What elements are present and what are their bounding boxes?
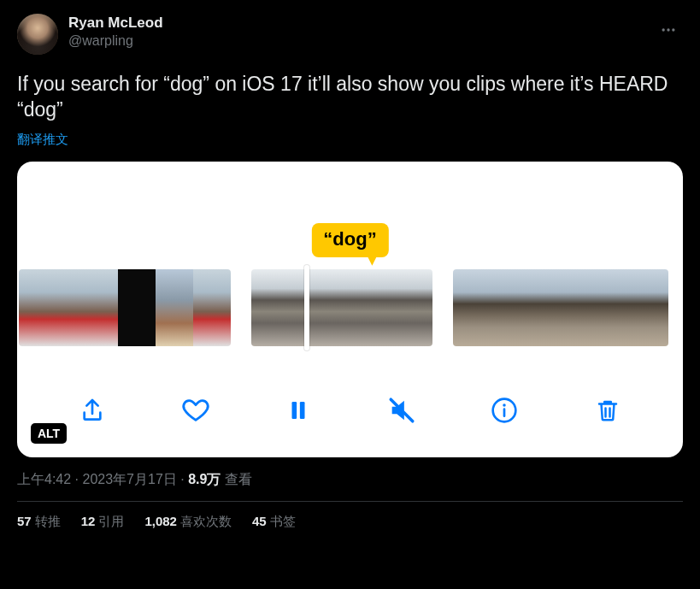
like-button[interactable] (179, 393, 213, 427)
video-thumbnail (453, 269, 484, 346)
info-button[interactable] (487, 393, 521, 427)
divider (17, 501, 683, 502)
media-card[interactable]: “dog” (17, 162, 683, 457)
info-icon (491, 397, 518, 424)
date[interactable]: 2023年7月17日 (82, 472, 176, 486)
media-controls (17, 389, 683, 432)
author-names[interactable]: Ryan McLeod @warpling (68, 14, 163, 50)
clip-group[interactable] (19, 269, 231, 346)
clip-group[interactable] (453, 269, 668, 346)
video-thumbnail (326, 269, 364, 346)
avatar[interactable] (17, 14, 58, 55)
retweets-stat[interactable]: 57转推 (17, 514, 61, 530)
search-term-tooltip: “dog” (311, 223, 388, 257)
video-thumbnail (607, 269, 638, 346)
video-timeline[interactable] (17, 269, 683, 346)
video-thumbnail (251, 269, 289, 346)
views-label: 查看 (221, 472, 251, 486)
svg-point-1 (667, 28, 669, 31)
more-button[interactable] (654, 15, 683, 44)
trash-icon (595, 398, 621, 423)
svg-point-2 (672, 28, 674, 31)
svg-rect-4 (300, 402, 305, 419)
video-thumbnail (156, 269, 193, 346)
engagement-stats: 57转推 12引用 1,082喜欢次数 45书签 (17, 514, 683, 530)
svg-point-6 (503, 403, 506, 406)
pause-icon (285, 398, 311, 423)
tweet-text: If you search for “dog” on iOS 17 it’ll … (17, 72, 683, 123)
video-thumbnail (484, 269, 515, 346)
alt-badge[interactable]: ALT (31, 423, 67, 444)
playhead[interactable] (304, 265, 309, 350)
video-thumbnail (19, 269, 50, 346)
likes-stat[interactable]: 1,082喜欢次数 (144, 514, 232, 530)
share-button[interactable] (75, 393, 109, 427)
svg-point-0 (662, 28, 665, 31)
video-thumbnail (545, 269, 576, 346)
clip-group[interactable] (251, 269, 432, 346)
svg-rect-3 (292, 402, 297, 419)
video-thumbnail (402, 269, 432, 346)
time[interactable]: 上午4:42 (17, 472, 71, 486)
bookmarks-stat[interactable]: 45书签 (252, 514, 296, 530)
quotes-stat[interactable]: 12引用 (81, 514, 125, 530)
translate-link[interactable]: 翻译推文 (17, 132, 683, 148)
tweet-header: Ryan McLeod @warpling (17, 14, 683, 55)
video-thumbnail (80, 269, 118, 346)
tweet-container: Ryan McLeod @warpling If you search for … (0, 0, 700, 544)
video-thumbnail (364, 269, 402, 346)
video-thumbnail (118, 269, 156, 346)
heart-icon (181, 396, 210, 425)
views-count: 8.9万 (188, 472, 221, 486)
display-name: Ryan McLeod (68, 14, 163, 32)
handle: @warpling (68, 32, 163, 50)
video-thumbnail (193, 269, 231, 346)
tweet-meta: 上午4:42 · 2023年7月17日 · 8.9万 查看 (17, 471, 683, 489)
muted-icon (387, 396, 416, 425)
video-thumbnail (576, 269, 607, 346)
pause-button[interactable] (281, 393, 315, 427)
mute-button[interactable] (385, 393, 419, 427)
video-thumbnail (50, 269, 80, 346)
video-thumbnail (638, 269, 668, 346)
share-icon (79, 397, 106, 424)
delete-button[interactable] (591, 393, 625, 427)
video-thumbnail (515, 269, 545, 346)
more-icon (660, 21, 677, 38)
